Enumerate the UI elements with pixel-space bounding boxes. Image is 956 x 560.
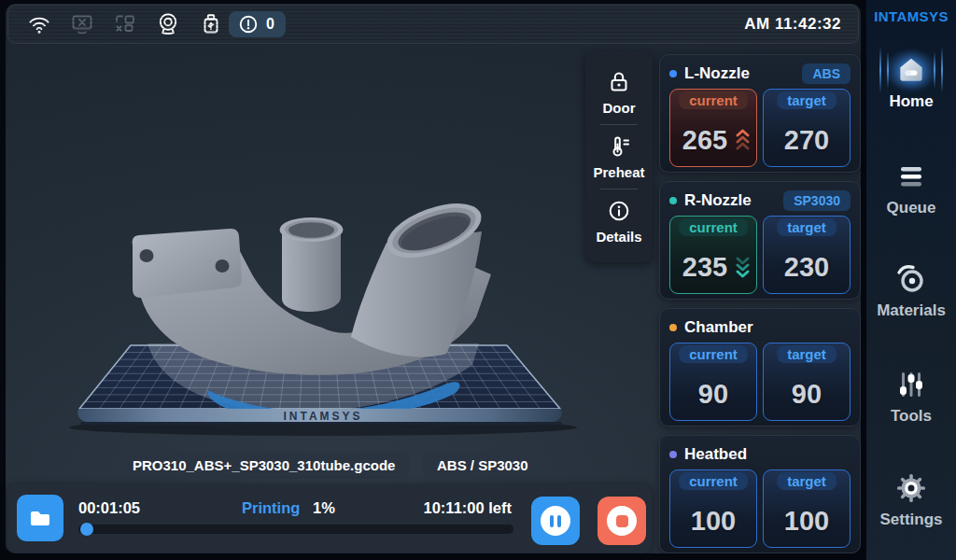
gcode-file-chip: PRO310_ABS+_SP3030_310tube.gcode [119,452,409,479]
material-badge[interactable]: SP3030 [783,190,851,211]
current-temp-card[interactable]: current 100 [669,469,757,548]
elapsed-time: 00:01:05 [78,499,140,517]
heating-chevrons-icon [736,129,750,151]
materials-label: Materials [866,301,956,320]
panel-header: R-Nozzle SP3030 [669,189,851,213]
display-off-icon [68,10,96,38]
temp-panel-chamber: Chamber current 90 target 90 [659,308,861,427]
tools-label: Tools [866,407,956,426]
lock-icon [606,69,632,95]
current-temp-card[interactable]: current 90 [669,343,757,421]
alerts-badge[interactable]: 0 [229,11,286,37]
print-status: Printing [242,499,300,517]
time-remaining: 10:11:00 left [353,499,512,517]
glow-bar [941,47,943,93]
heater-name: Heatbed [684,445,747,464]
usb-drive-icon[interactable] [197,10,225,38]
sidebar-item-tools[interactable]: Tools [866,367,956,426]
details-label: Details [596,229,641,245]
material-chip: ABS / SP3030 [423,452,542,479]
target-temp-value: 100 [764,506,850,537]
progress-percent: 1% [313,499,335,517]
settings-label: Settings [866,511,956,529]
clock: AM 11:42:32 [744,15,841,34]
target-label: target [777,472,836,490]
details-button[interactable]: Details [585,189,653,253]
heater-name: R-Nozzle [684,191,752,210]
brand-logo: INTAMSYS [866,8,956,24]
files-button[interactable] [17,495,63,541]
pause-icon [541,506,570,536]
target-temp-value: 90 [764,379,850,410]
queue-icon [895,161,927,192]
heater-name: L-Nozzle [684,64,750,83]
print-control-bar: 00:01:05 Printing 1% 10:11:00 left [7,483,652,553]
preheat-button[interactable]: Preheat [585,125,653,189]
plate-brand-label: INTAMSYS [283,410,362,423]
current-temp-value: 100 [670,506,756,537]
sidebar-item-settings[interactable]: Settings [866,470,956,529]
webcam-icon[interactable] [154,10,182,38]
panel-header: Chamber [669,315,851,340]
current-temp-value: 90 [670,379,756,410]
stop-button[interactable] [598,497,646,545]
filament-spool-icon [893,261,929,297]
alert-icon [238,14,259,35]
target-temp-card[interactable]: target 230 [763,216,851,294]
flange-hole-left [140,249,154,262]
model-viewport: INTAMSYS [47,177,598,441]
panel-header: L-Nozzle ABS [669,62,851,86]
target-temp-card[interactable]: target 270 [763,89,851,167]
model-center-cylinder [282,230,341,312]
preheat-label: Preheat [593,164,644,180]
door-label: Door [603,100,636,116]
status-icons [25,10,225,38]
current-label: current [679,345,748,363]
temp-panel-heatbed: Heatbed current 100 target 100 [659,435,861,553]
temp-panel-r-nozzle: R-Nozzle SP3030 current 235 target 230 [659,181,861,300]
current-label: current [679,472,748,490]
sidebar-item-queue[interactable]: Queue [866,159,956,217]
target-label: target [777,91,836,109]
center-cylinder-bore [288,222,334,238]
target-temp-card[interactable]: target 90 [763,343,851,421]
sliders-icon [895,369,927,400]
gear-icon [894,471,928,505]
main-screen: 0 AM 11:42:32 [6,4,861,553]
pause-button[interactable] [531,497,580,545]
alert-count: 0 [266,16,274,33]
queue-label: Queue [866,199,956,217]
glow-bar [934,51,935,89]
target-label: target [777,218,836,236]
home-icon [894,53,928,87]
status-dot [669,324,677,331]
progress-indicator [80,523,93,536]
target-temp-card[interactable]: target 100 [763,469,851,548]
target-label: target [777,345,836,363]
sidebar-item-home[interactable]: Home [866,52,956,111]
folder-icon [28,506,52,530]
door-button[interactable]: Door [585,61,653,124]
current-temp-card[interactable]: current 265 [669,89,757,167]
glow-bar [887,51,889,89]
current-label: current [679,91,748,109]
current-label: current [679,218,748,236]
temp-panel-l-nozzle: L-Nozzle ABS current 265 target 270 [659,54,861,173]
info-icon [606,198,632,224]
material-badge[interactable]: ABS [802,63,851,84]
progress-bar [78,525,513,534]
sidebar-item-materials[interactable]: Materials [866,261,956,320]
current-temp-card[interactable]: current 235 [669,216,757,294]
target-temp-value: 230 [764,252,850,283]
flange-hole-right [216,259,230,273]
status-dot [669,70,677,77]
glow-bar [879,47,881,93]
status-dot [669,451,677,458]
thermometer-icon [606,133,632,160]
wifi-icon[interactable] [25,10,53,38]
screen-mirror-icon [111,10,139,38]
panel-header: Heatbed [669,442,851,467]
cooling-chevrons-icon [736,256,750,278]
heater-name: Chamber [684,318,753,337]
status-bar: 0 AM 11:42:32 [7,5,859,44]
